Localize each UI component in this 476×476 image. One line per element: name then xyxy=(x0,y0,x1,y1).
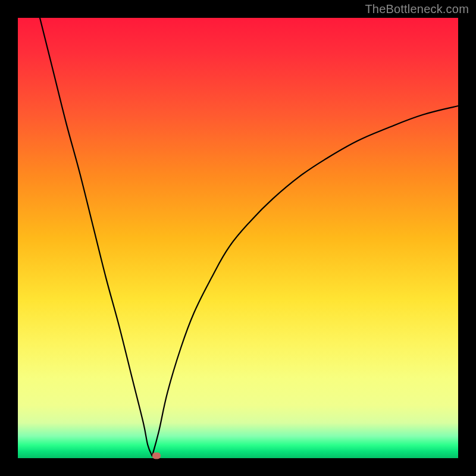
bottleneck-curve xyxy=(18,18,458,458)
plot-area xyxy=(18,18,458,458)
watermark-text: TheBottleneck.com xyxy=(365,2,469,16)
chart-frame: TheBottleneck.com xyxy=(0,0,476,476)
optimum-marker xyxy=(152,453,161,459)
